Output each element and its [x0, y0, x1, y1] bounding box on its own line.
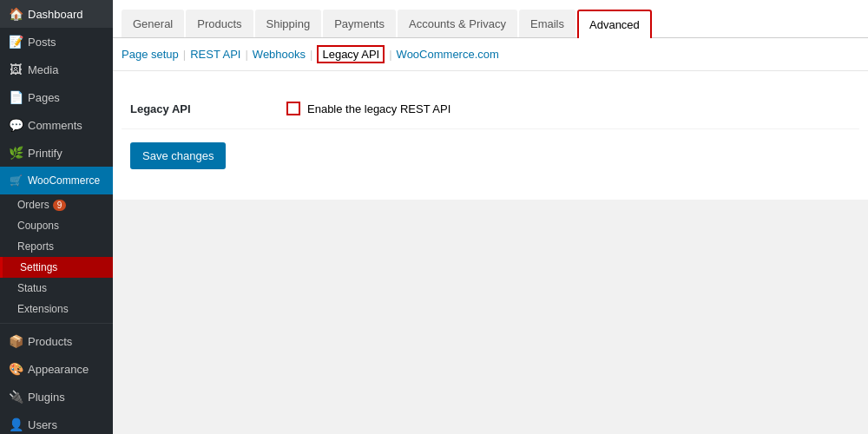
pages-icon: 📄 — [9, 90, 23, 104]
posts-icon: 📝 — [9, 35, 23, 49]
sidebar: 🏠 Dashboard 📝 Posts 🖼 Media 📄 Pages 💬 Co… — [0, 0, 113, 434]
printify-icon: 🌿 — [9, 146, 23, 160]
tabs-bar: General Products Shipping Payments Accou… — [113, 0, 868, 38]
orders-label: Orders — [17, 199, 49, 211]
sub-navigation: Page setup | REST API | Webhooks | Legac… — [113, 38, 868, 71]
sep1: | — [183, 48, 186, 61]
settings-content: Legacy API Enable the legacy REST API Sa… — [113, 71, 868, 200]
sidebar-item-woocommerce[interactable]: 🛒 WooCommerce — [0, 167, 113, 194]
sidebar-item-products[interactable]: 📦 Products — [0, 327, 113, 355]
legacy-api-control: Enable the legacy REST API — [286, 102, 450, 115]
users-label: Users — [28, 418, 57, 431]
extensions-label: Extensions — [17, 303, 69, 315]
sidebar-item-dashboard[interactable]: 🏠 Dashboard — [0, 0, 113, 28]
tab-accounts-privacy[interactable]: Accounts & Privacy — [398, 10, 517, 37]
tab-shipping[interactable]: Shipping — [255, 10, 322, 37]
main-content: General Products Shipping Payments Accou… — [113, 0, 868, 434]
subnav-legacy-api[interactable]: Legacy API — [317, 45, 385, 63]
sidebar-item-orders[interactable]: Orders 9 — [0, 194, 113, 215]
tab-products[interactable]: Products — [186, 10, 253, 37]
sidebar-item-pages[interactable]: 📄 Pages — [0, 83, 113, 111]
products-icon: 📦 — [9, 334, 23, 348]
subnav-rest-api[interactable]: REST API — [190, 48, 240, 61]
save-changes-button[interactable]: Save changes — [130, 142, 226, 169]
sidebar-label: Comments — [28, 119, 82, 132]
sidebar-item-users[interactable]: 👤 Users — [0, 411, 113, 434]
sep4: | — [389, 48, 391, 61]
comments-icon: 💬 — [9, 118, 23, 132]
sidebar-item-appearance[interactable]: 🎨 Appearance — [0, 355, 113, 383]
sidebar-label: Posts — [28, 36, 56, 49]
woocommerce-icon: 🛒 — [9, 174, 23, 187]
sep2: | — [245, 48, 247, 61]
dashboard-icon: 🏠 — [9, 7, 23, 21]
legacy-api-checkbox[interactable] — [286, 102, 300, 115]
sidebar-item-coupons[interactable]: Coupons — [0, 215, 113, 236]
sidebar-item-status[interactable]: Status — [0, 278, 113, 299]
plugins-label: Plugins — [28, 391, 65, 404]
tab-emails[interactable]: Emails — [519, 10, 575, 37]
subnav-woocommerce-com[interactable]: WooCommerce.com — [397, 48, 499, 61]
legacy-api-checkbox-label: Enable the legacy REST API — [307, 102, 450, 115]
separator — [0, 323, 113, 324]
coupons-label: Coupons — [17, 220, 59, 232]
tab-general[interactable]: General — [122, 10, 184, 37]
plugins-icon: 🔌 — [9, 390, 23, 404]
sidebar-item-media[interactable]: 🖼 Media — [0, 56, 113, 83]
appearance-icon: 🎨 — [9, 362, 23, 376]
reports-label: Reports — [17, 240, 54, 253]
products-label: Products — [28, 335, 72, 348]
sidebar-label: Pages — [28, 91, 60, 104]
sidebar-label: Printify — [28, 147, 62, 160]
sidebar-item-posts[interactable]: 📝 Posts — [0, 28, 113, 56]
sidebar-item-reports[interactable]: Reports — [0, 236, 113, 257]
users-icon: 👤 — [9, 418, 23, 431]
legacy-api-label: Legacy API — [130, 102, 286, 115]
sidebar-label: Dashboard — [28, 8, 83, 21]
appearance-label: Appearance — [28, 363, 89, 376]
tab-advanced[interactable]: Advanced — [577, 10, 652, 38]
sep3: | — [310, 48, 312, 61]
tab-payments[interactable]: Payments — [323, 10, 396, 37]
sidebar-item-plugins[interactable]: 🔌 Plugins — [0, 383, 113, 411]
legacy-api-row: Legacy API Enable the legacy REST API — [122, 89, 859, 129]
sidebar-label: Media — [28, 63, 58, 76]
media-icon: 🖼 — [9, 62, 23, 76]
sidebar-label: WooCommerce — [28, 174, 100, 187]
sidebar-item-extensions[interactable]: Extensions — [0, 299, 113, 319]
subnav-page-setup[interactable]: Page setup — [122, 48, 179, 61]
subnav-webhooks[interactable]: Webhooks — [253, 48, 306, 61]
sidebar-item-settings[interactable]: Settings — [0, 257, 113, 278]
status-label: Status — [17, 282, 47, 294]
sidebar-item-comments[interactable]: 💬 Comments — [0, 111, 113, 139]
settings-label: Settings — [20, 261, 57, 273]
orders-badge: 9 — [53, 200, 67, 211]
sidebar-item-printify[interactable]: 🌿 Printify — [0, 139, 113, 167]
